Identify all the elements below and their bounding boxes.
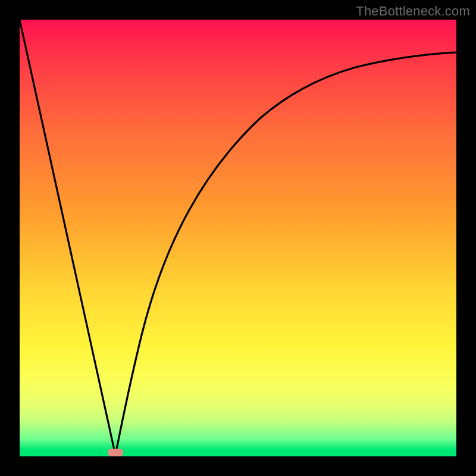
left-line [20, 20, 115, 455]
chart-frame: TheBottleneck.com [0, 0, 476, 476]
vertex-marker [108, 449, 123, 456]
plot-area [20, 20, 456, 456]
watermark-text: TheBottleneck.com [356, 4, 470, 19]
curve-svg [20, 20, 456, 456]
right-curve [115, 52, 456, 455]
